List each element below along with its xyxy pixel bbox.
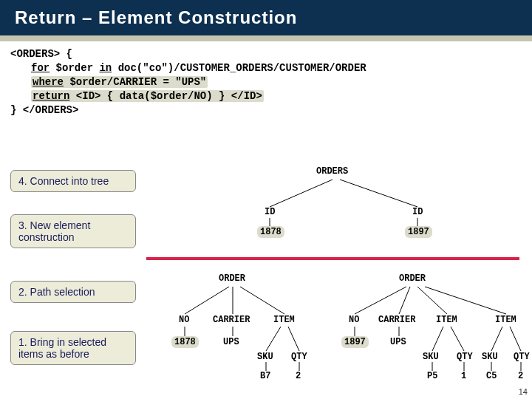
br-sku1-val: P5 (427, 371, 437, 381)
bl-sku-val: B7 (260, 371, 270, 381)
xquery-code: <ORDERS> { for $order in doc("co")/CUSTO… (0, 41, 532, 123)
br-no-val: 1897 (341, 336, 369, 348)
svg-line-22 (510, 327, 521, 351)
br-root: ORDER (399, 273, 426, 284)
svg-line-15 (417, 287, 447, 314)
bl-item: ITEM (273, 315, 295, 325)
slide-title: Return – Element Construction (0, 0, 532, 35)
br-sku2-val: C5 (486, 371, 497, 381)
code-where: where (33, 76, 64, 88)
br-item1: ITEM (436, 315, 457, 325)
svg-line-16 (425, 287, 506, 314)
code-in: in (99, 62, 112, 74)
svg-line-13 (355, 287, 406, 314)
step-4-box: 4. Connect into tree (10, 170, 136, 192)
code-return: return (33, 90, 69, 102)
svg-line-4 (185, 287, 229, 314)
svg-line-14 (399, 287, 410, 314)
svg-line-9 (266, 327, 281, 351)
code-orders-close: </ORDERS> (23, 104, 79, 116)
bl-carrier: CARRIER (213, 315, 250, 325)
top-tree: ORDERS ID ID 1878 1897 (207, 166, 488, 255)
top-right-id: ID (412, 207, 423, 217)
bl-carrier-val: UPS (223, 337, 239, 347)
code-where-expr: $order/CARRIER = "UPS" (64, 76, 206, 88)
br-carrier: CARRIER (378, 315, 415, 325)
br-qty1-val: 1 (461, 371, 466, 381)
svg-line-21 (491, 327, 502, 351)
bottom-right-tree: ORDER NO CARRIER ITEM ITEM 1897 UPS SKU … (325, 273, 532, 392)
svg-line-20 (451, 327, 464, 351)
step-2-box: 2. Path selection (10, 281, 136, 303)
top-right-val: 1897 (405, 226, 432, 238)
code-path: doc("co")/CUSTOMER_ORDERS/CUSTOMER/ORDER (112, 62, 366, 74)
br-sku1: SKU (423, 352, 439, 362)
svg-line-1 (340, 180, 417, 207)
code-orders-open: <ORDERS> (10, 48, 60, 60)
bl-no: NO (179, 315, 189, 325)
br-no: NO (349, 315, 359, 325)
br-qty2-val: 2 (518, 371, 523, 381)
red-separator (146, 257, 519, 260)
svg-line-0 (270, 180, 332, 207)
title-underline (0, 35, 532, 41)
code-for: for (31, 62, 50, 74)
br-qty1: QTY (457, 352, 473, 362)
top-left-val: 1878 (257, 226, 284, 238)
code-var: $order (50, 62, 99, 74)
br-item2: ITEM (495, 315, 516, 325)
br-sku2: SKU (482, 352, 498, 362)
bl-root: ORDER (219, 273, 245, 284)
step-3-box: 3. New element construction (10, 214, 136, 248)
code-brace: { (60, 48, 72, 60)
br-carrier-val: UPS (390, 337, 406, 347)
bl-sku: SKU (257, 352, 273, 362)
bl-no-val: 1878 (171, 336, 199, 348)
svg-line-19 (432, 327, 443, 351)
step-1-box: 1. Bring in selected items as before (10, 331, 136, 365)
code-close-brace: } (10, 104, 23, 116)
br-qty2: QTY (514, 352, 530, 362)
code-return-expr: <ID> { data($order/NO) } </ID> (69, 90, 262, 102)
svg-line-10 (288, 327, 299, 351)
bottom-left-tree: ORDER NO CARRIER ITEM 1878 UPS SKU QTY B… (155, 273, 318, 392)
svg-line-6 (240, 287, 284, 314)
bl-qty-val: 2 (296, 371, 301, 381)
bl-qty: QTY (291, 352, 307, 362)
top-left-id: ID (265, 207, 275, 217)
page-number: 14 (519, 387, 528, 396)
top-root: ORDERS (316, 166, 348, 177)
